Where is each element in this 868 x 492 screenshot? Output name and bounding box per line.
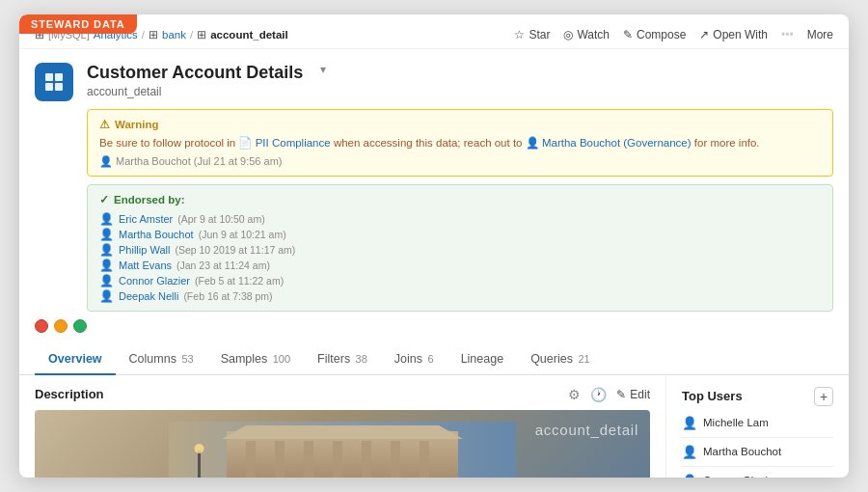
svg-rect-3 [55,83,63,91]
check-icon: ✓ [99,193,109,206]
traffic-lights [19,312,849,341]
history-icon[interactable]: 🕐 [590,387,607,402]
compose-button[interactable]: ✎ Compose [623,28,686,41]
asset-title: Customer Account Details account_detail [87,63,303,98]
watch-button[interactable]: ◎ Watch [563,28,610,41]
endorsed-user-item[interactable]: 👤Phillip Wall (Sep 10 2019 at 11:17 am) [99,243,821,257]
watch-label: Watch [577,28,610,41]
endorsed-box: ✓ Endorsed by: 👤Eric Amster (Apr 9 at 10… [87,184,833,312]
person-icon: 👤 [99,259,114,272]
svg-rect-7 [275,441,285,478]
description-header: Description ⚙ 🕐 ✎ Edit [35,387,650,402]
more-label: More [807,28,833,41]
svg-rect-9 [333,441,342,478]
breadcrumb-label-bank[interactable]: bank [162,29,186,41]
warning-title: ⚠ Warning [99,118,821,131]
tab-queries[interactable]: Queries 21 [517,344,604,375]
traffic-light-green [73,319,87,333]
user-list-item: 👤Michelle Lam [682,416,833,430]
main-panel: Description ⚙ 🕐 ✎ Edit [19,375,665,478]
description-title: Description [35,387,104,401]
settings-icon[interactable]: ⚙ [568,387,581,402]
person-icon: 👤 [682,416,697,430]
pencil-icon: ✎ [623,28,633,41]
add-user-button[interactable]: + [814,387,833,406]
person-icon: 👤 [682,474,697,478]
description-image: account_detail Customer Account Details [35,410,650,478]
star-button[interactable]: ☆ Star [514,28,550,41]
compose-label: Compose [637,28,686,41]
top-users-header: Top Users + [682,387,833,406]
pii-compliance-link[interactable]: 📄 PII Compliance [238,137,333,149]
body-area: Description ⚙ 🕐 ✎ Edit [19,375,849,478]
traffic-light-red [35,319,48,333]
chevron-down-icon[interactable]: ▾ [320,63,326,76]
star-label: Star [529,28,550,41]
traffic-light-yellow [54,319,68,333]
svg-rect-6 [246,441,256,478]
table-icon: ⊞ [149,28,158,41]
asset-header: Customer Account Details account_detail … [19,49,849,109]
user-list-item: 👤Martha Bouchot [682,445,833,459]
edit-button[interactable]: ✎ Edit [616,388,650,401]
tabs-bar: OverviewColumns 53Samples 100Filters 38J… [19,344,849,375]
endorsed-user-item[interactable]: 👤Martha Bouchot (Jun 9 at 10:21 am) [99,228,821,241]
top-users-title: Top Users [682,389,743,403]
svg-rect-0 [45,73,53,81]
person-icon: 👤 [99,212,114,226]
endorsed-user-item[interactable]: 👤Connor Glazier (Feb 5 at 11:22 am) [99,274,821,287]
endorsed-user-item[interactable]: 👤Eric Amster (Apr 9 at 10:50 am) [99,212,821,226]
banner-label: STEWARD DATA [19,14,137,34]
svg-rect-12 [420,441,429,478]
breadcrumb-current: account_detail [210,29,288,41]
open-with-label: Open With [713,28,768,41]
user-icon-warn: 👤 [526,137,542,149]
main-window: STEWARD DATA ⊞ [MySQL] Analytics / ⊞ ban… [19,14,849,478]
tab-filters[interactable]: Filters 38 [304,344,381,375]
warning-box: ⚠ Warning Be sure to follow protocol in … [87,109,833,177]
right-panel: Top Users + 👤Michelle Lam👤Martha Bouchot… [665,375,849,478]
doc-icon: 📄 [238,137,255,149]
top-bar: ⊞ [MySQL] Analytics / ⊞ bank / ⊞ account… [19,14,849,49]
description-actions: ⚙ 🕐 ✎ Edit [568,387,650,402]
warning-icon: ⚠ [99,118,110,131]
svg-rect-14 [198,451,201,478]
warning-text: Be sure to follow protocol in 📄 PII Comp… [99,135,821,151]
more-button[interactable]: More [807,28,833,41]
person-icon: 👤 [99,243,114,257]
tab-samples[interactable]: Samples 100 [207,344,304,375]
main-content: Customer Account Details account_detail … [19,49,849,478]
eye-icon: ◎ [563,28,573,41]
tab-overview[interactable]: Overview [35,344,116,375]
svg-rect-2 [45,83,53,91]
user-list-item: 👤Connor Glazier [682,474,833,478]
asset-icon [35,63,73,101]
endorsed-user-item[interactable]: 👤Matt Evans (Jan 23 at 11:24 am) [99,259,821,272]
open-with-button[interactable]: ↗ Open With [699,28,768,41]
svg-rect-11 [391,441,400,478]
table-icon2: ⊞ [197,28,206,41]
asset-subtitle: account_detail [87,85,303,98]
tab-lineage[interactable]: Lineage [448,344,518,375]
svg-point-15 [195,444,204,453]
image-overlay-top: account_detail [535,422,638,438]
endorsed-title: ✓ Endorsed by: [99,193,821,206]
pencil-edit-icon: ✎ [616,388,626,401]
svg-rect-1 [55,73,63,81]
star-icon: ☆ [514,28,525,41]
person-icon: 👤 [99,289,114,303]
toolbar: ☆ Star ◎ Watch ✎ Compose ↗ Open With •••… [514,28,833,41]
asset-name: Customer Account Details [87,63,303,83]
svg-rect-8 [304,441,313,478]
person-icon: 👤 [99,228,114,241]
external-link-icon: ↗ [699,28,709,41]
warning-author: 👤 Martha Bouchot (Jul 21 at 9:56 am) [99,155,821,168]
notices-area: ⚠ Warning Be sure to follow protocol in … [87,109,833,312]
person-icon: 👤 [99,274,114,287]
endorsed-list: 👤Eric Amster (Apr 9 at 10:50 am)👤Martha … [99,212,821,303]
governance-link[interactable]: 👤 Martha Bouchot (Governance) [526,137,694,149]
tab-joins[interactable]: Joins 6 [381,344,448,375]
tab-columns[interactable]: Columns 53 [116,344,207,375]
endorsed-user-item[interactable]: 👤Deepak Nelli (Feb 16 at 7:38 pm) [99,289,821,303]
user-list: 👤Michelle Lam👤Martha Bouchot👤Connor Glaz… [682,416,833,478]
